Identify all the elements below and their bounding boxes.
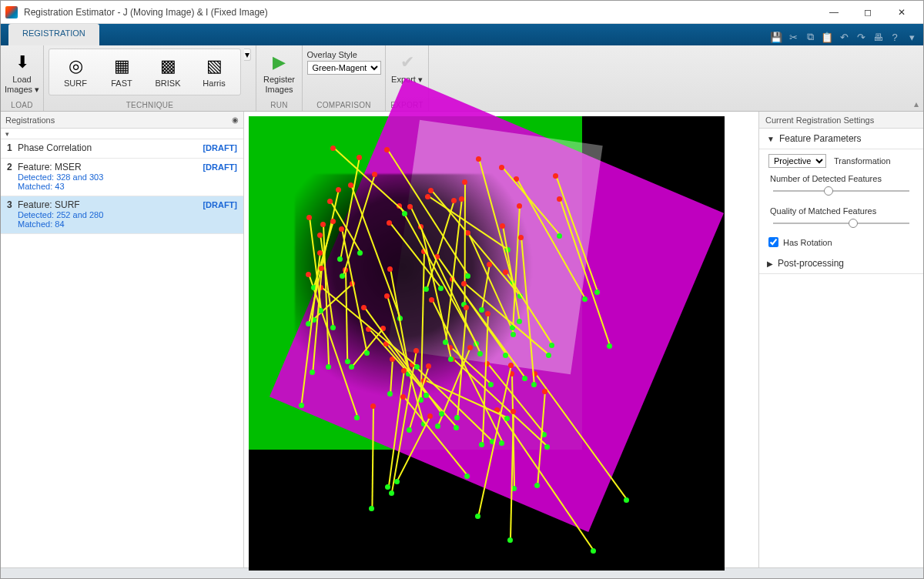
feature-point-moving — [361, 305, 367, 310]
feature-point-moving — [518, 235, 524, 240]
transformation-label: Transformation — [834, 156, 891, 166]
transformation-select[interactable]: Projective — [768, 154, 826, 168]
feature-point-moving — [503, 269, 508, 275]
feature-point-moving — [320, 222, 326, 227]
match-line — [371, 406, 374, 507]
close-button[interactable]: ✕ — [885, 2, 919, 23]
feature-point-moving — [330, 219, 336, 224]
feature-point-moving — [476, 156, 481, 162]
registration-item[interactable]: 1Phase Correlation[DRAFT] — [1, 139, 243, 159]
num-detected-label: Number of Detected Features — [770, 174, 912, 183]
overlay-style-select[interactable]: Green-Magenta — [307, 61, 381, 75]
feature-point-moving — [508, 363, 514, 368]
technique-harris[interactable]: ▧ Harris — [192, 52, 236, 92]
download-icon: ⬇ — [12, 52, 33, 73]
post-processing-title: Post-processing — [778, 258, 844, 269]
feature-point-moving — [500, 223, 505, 229]
feature-point-moving — [357, 155, 362, 160]
panel-options-button[interactable]: ◉ — [232, 115, 239, 124]
image-viewer[interactable] — [244, 112, 758, 567]
feature-point-fixed — [517, 319, 522, 324]
feature-point-fixed — [546, 353, 551, 358]
feature-point-fixed — [330, 325, 336, 330]
feature-params-title: Feature Parameters — [779, 133, 862, 144]
feature-point-fixed — [364, 350, 370, 356]
group-label-comparison: COMPARISON — [316, 100, 371, 111]
group-label-run: RUN — [270, 100, 288, 111]
feature-point-fixed — [389, 490, 394, 496]
feature-point-fixed — [345, 359, 350, 364]
feature-point-fixed — [349, 364, 354, 370]
feature-point-fixed — [435, 423, 440, 429]
feature-point-fixed — [504, 416, 510, 421]
post-processing-toggle[interactable]: ▶ — [767, 259, 773, 268]
has-rotation-checkbox[interactable]: Has Rotation — [768, 237, 914, 247]
load-images-button[interactable]: ⬇ Load Images ▾ — [0, 49, 45, 97]
feature-point-fixed — [624, 497, 629, 503]
minimize-button[interactable]: — — [817, 2, 851, 23]
more-icon[interactable]: ▾ — [905, 30, 919, 44]
feature-point-fixed — [439, 411, 444, 417]
registration-item[interactable]: 3Feature: SURF[DRAFT]Detected: 252 and 2… — [1, 196, 243, 234]
feature-point-fixed — [394, 479, 400, 484]
surf-icon: ◎ — [65, 55, 86, 77]
redo-icon[interactable]: ↷ — [854, 30, 868, 44]
registrations-panel: Registrations ◉ ▾ 1Phase Correlation[DRA… — [1, 112, 244, 567]
feature-point-moving — [425, 194, 430, 199]
feature-point-fixed — [507, 537, 513, 543]
cut-icon[interactable]: ✂ — [786, 30, 800, 44]
brisk-icon: ▩ — [157, 55, 179, 77]
registrations-toggle[interactable]: ▾ — [1, 129, 243, 139]
feature-point-fixed — [299, 403, 304, 408]
feature-point-fixed — [387, 391, 393, 397]
technique-fast[interactable]: ▦ FAST — [100, 52, 143, 92]
settings-panel: Current Registration Settings ▼ Feature … — [758, 112, 923, 567]
technique-brisk[interactable]: ▩ BRISK — [146, 52, 189, 92]
group-label-load: LOAD — [11, 100, 32, 111]
maximize-button[interactable]: ◻ — [851, 2, 885, 23]
feature-point-moving — [327, 199, 333, 204]
feature-point-fixed — [465, 273, 470, 279]
feature-params-body: Projective Transformation Number of Dete… — [759, 149, 923, 253]
play-icon: ▶ — [269, 52, 290, 73]
undo-icon[interactable]: ↶ — [837, 30, 851, 44]
technique-gallery: ◎ SURF ▦ FAST ▩ BRISK ▧ Harris — [49, 49, 241, 95]
feature-point-fixed — [549, 343, 554, 348]
registration-item[interactable]: 2Feature: MSER[DRAFT]Detected: 328 and 3… — [1, 159, 243, 196]
paste-icon[interactable]: 📋 — [820, 30, 834, 44]
check-icon: ✔ — [397, 52, 418, 73]
feature-point-moving — [451, 198, 457, 203]
feature-point-fixed — [443, 340, 448, 345]
overlay-style-label: Overlay Style — [307, 50, 357, 59]
feature-point-fixed — [385, 484, 390, 490]
fast-icon: ▦ — [111, 55, 132, 77]
register-images-button[interactable]: ▶ Register Images — [257, 49, 302, 97]
registrations-header: Registrations — [5, 115, 55, 125]
technique-surf[interactable]: ◎ SURF — [54, 52, 97, 92]
feature-point-moving — [462, 179, 467, 185]
feature-point-moving — [407, 204, 413, 209]
feature-params-toggle[interactable]: ▼ — [767, 135, 775, 143]
quality-slider[interactable] — [770, 217, 912, 229]
feature-point-moving — [428, 188, 434, 193]
tab-registration[interactable]: REGISTRATION — [8, 24, 99, 45]
technique-gallery-expand[interactable]: ▾ — [244, 49, 251, 61]
titlebar: Registration Estimator - J (Moving Image… — [1, 1, 923, 24]
settings-header: Current Registration Settings — [759, 112, 923, 129]
save-icon[interactable]: 💾 — [769, 30, 783, 44]
feature-point-fixed — [414, 364, 420, 370]
num-detected-slider[interactable] — [770, 185, 912, 197]
feature-point-moving — [401, 368, 407, 373]
help-icon[interactable]: ? — [888, 30, 902, 44]
feature-point-moving — [459, 196, 464, 202]
copy-icon[interactable]: ⧉ — [803, 30, 817, 44]
print-icon[interactable]: 🖶 — [871, 30, 885, 44]
ribbon-tabbar: REGISTRATION 💾 ✂ ⧉ 📋 ↶ ↷ 🖶 ? ▾ — [1, 24, 923, 45]
feature-point-moving — [306, 215, 312, 220]
ribbon-collapse-button[interactable]: ▴ — [914, 99, 919, 109]
harris-icon: ▧ — [203, 55, 225, 77]
feature-point-fixed — [582, 296, 588, 302]
feature-point-fixed — [454, 425, 459, 430]
registration-canvas — [249, 116, 725, 571]
feature-point-moving — [317, 233, 323, 238]
